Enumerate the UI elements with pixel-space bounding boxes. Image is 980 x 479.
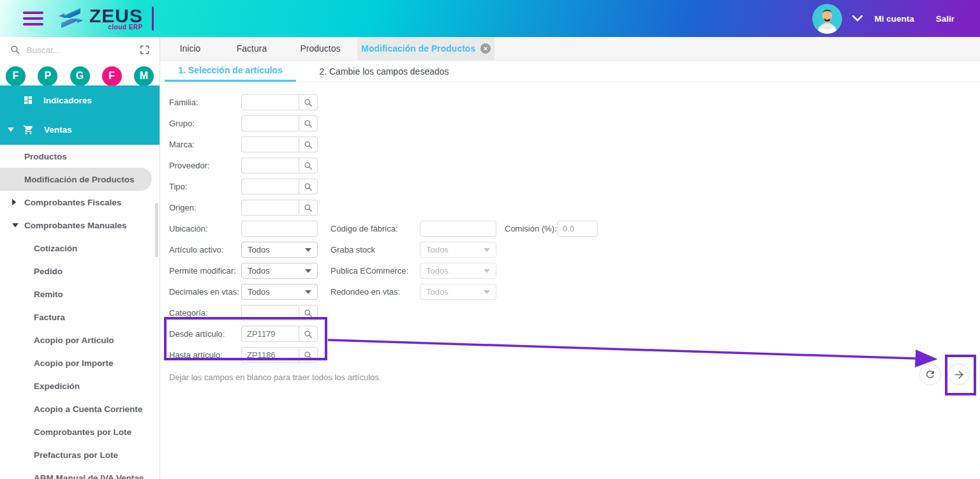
user-avatar[interactable] <box>812 4 842 34</box>
account-chevron-down-icon[interactable] <box>852 15 863 22</box>
hamburger-menu-icon[interactable] <box>23 11 43 26</box>
decimales-vtas-select[interactable]: Todos <box>241 284 318 300</box>
form-row-hasta-articulo: Hasta artículo: <box>169 344 980 365</box>
hasta-articulo-input[interactable] <box>241 347 299 363</box>
brand-name: ZEUS <box>89 6 143 26</box>
filter-form: Familia: Grupo: Marca: Proveedor: Tipo: <box>160 82 980 382</box>
publica-ecommerce-select: Todos <box>420 263 496 279</box>
sidebar-item-remito[interactable]: Remito <box>0 283 160 306</box>
shortcut-f2[interactable]: F <box>102 66 122 86</box>
caret-down-icon <box>484 248 490 252</box>
categoria-search-button[interactable] <box>299 305 318 321</box>
sidebar: F P G F M Indicadores Ventas Productos M… <box>0 37 160 479</box>
proveedor-input[interactable] <box>241 158 299 173</box>
fullscreen-icon[interactable] <box>140 45 150 55</box>
search-icon <box>304 119 313 128</box>
shortcut-g[interactable]: G <box>70 66 90 86</box>
form-row-grupo: Grupo: <box>169 113 980 134</box>
my-account-link[interactable]: Mi cuenta <box>874 14 914 24</box>
chevron-down-icon <box>12 223 19 228</box>
sidebar-item-comprobantes-manuales[interactable]: Comprobantes Manuales <box>0 214 160 237</box>
tab-productos[interactable]: Productos <box>283 37 357 60</box>
shortcut-p[interactable]: P <box>38 66 57 86</box>
form-row-proveedor: Proveedor: <box>169 155 980 176</box>
origen-search-button[interactable] <box>299 200 318 216</box>
tab-inicio[interactable]: Inicio <box>160 37 220 60</box>
graba-stock-select: Todos <box>420 242 496 258</box>
sidebar-item-acopio-por-importe[interactable]: Acopio por Importe <box>0 351 160 374</box>
grupo-input[interactable] <box>241 115 299 131</box>
sidebar-item-productos[interactable]: Productos <box>0 145 160 168</box>
articulo-activo-select[interactable]: Todos <box>241 242 318 258</box>
marca-input[interactable] <box>241 136 299 152</box>
search-icon <box>304 161 313 170</box>
logout-link[interactable]: Salir <box>936 14 954 24</box>
tipo-search-button[interactable] <box>299 179 318 195</box>
form-row-categoria: Categoría: <box>169 302 980 323</box>
close-icon[interactable]: × <box>480 43 491 54</box>
familia-search-button[interactable] <box>299 94 318 110</box>
permite-modificar-select[interactable]: Todos <box>241 263 318 279</box>
form-row-tipo: Tipo: <box>169 176 980 197</box>
caret-down-icon <box>305 269 311 273</box>
refresh-icon <box>924 369 936 380</box>
shortcut-f1[interactable]: F <box>6 66 26 86</box>
sidebar-item-expedicion[interactable]: Expedición <box>0 374 160 397</box>
grupo-search-button[interactable] <box>299 115 318 131</box>
step-seleccion-articulos[interactable]: 1. Selección de artículos <box>165 61 296 82</box>
ubicacion-input[interactable] <box>241 221 318 237</box>
sidebar-group-indicadores[interactable]: Indicadores <box>0 85 160 115</box>
form-help-note: Dejar los campos en blanco para traer to… <box>169 372 980 382</box>
action-buttons <box>912 364 970 385</box>
origen-input[interactable] <box>241 200 299 216</box>
form-row-articulo-activo: Artículo activo: Todos Graba stock Todos <box>169 239 980 260</box>
sidebar-group-block: Indicadores Ventas <box>0 85 160 145</box>
codigo-fabrica-input[interactable] <box>420 221 496 237</box>
form-row-ubicacion: Ubicación: Código de fábrica: Comisión (… <box>169 218 980 239</box>
sidebar-group-label: Ventas <box>44 125 72 135</box>
familia-input[interactable] <box>241 94 299 110</box>
sidebar-group-ventas[interactable]: Ventas <box>0 115 160 145</box>
sidebar-search <box>0 37 160 63</box>
search-icon <box>10 45 20 55</box>
caret-down-icon <box>305 290 311 294</box>
refresh-button[interactable] <box>919 364 941 385</box>
form-row-origen: Origen: <box>169 197 980 218</box>
chevron-right-icon <box>12 199 17 205</box>
tab-modificacion-de-productos[interactable]: Modificación de Productos × <box>357 37 494 60</box>
proveedor-search-button[interactable] <box>299 158 318 173</box>
next-button[interactable] <box>948 364 970 385</box>
sidebar-item-acopio-por-articulo[interactable]: Acopio por Artículo <box>0 328 160 351</box>
shortcut-m[interactable]: M <box>134 66 154 86</box>
sidebar-item-acopio-a-cuenta-corriente[interactable]: Acopio a Cuenta Corriente <box>0 397 160 420</box>
search-icon <box>304 309 313 318</box>
sidebar-item-comprobantes-por-lote[interactable]: Comprobantes por Lote <box>0 420 160 443</box>
hasta-articulo-search-button[interactable] <box>299 347 318 363</box>
sidebar-item-pedido[interactable]: Pedido <box>0 260 160 283</box>
desde-articulo-input[interactable] <box>241 326 299 342</box>
sidebar-item-abm-manual-iva-ventas[interactable]: ABM Manual de IVA Ventas <box>0 466 160 479</box>
search-input[interactable] <box>27 45 140 55</box>
desde-articulo-search-button[interactable] <box>299 326 318 342</box>
categoria-input[interactable] <box>241 305 299 321</box>
dashboard-icon <box>23 95 33 105</box>
tab-factura[interactable]: Factura <box>220 37 283 60</box>
tipo-input[interactable] <box>241 179 299 195</box>
sidebar-item-factura[interactable]: Factura <box>0 306 160 328</box>
sidebar-item-comprobantes-fiscales[interactable]: Comprobantes Fiscales <box>0 191 160 214</box>
form-row-familia: Familia: <box>169 92 980 113</box>
comision-input[interactable] <box>557 221 598 237</box>
sidebar-item-modificacion-de-productos[interactable]: Modificación de Productos <box>0 168 152 191</box>
sidebar-item-prefacturas-por-lote[interactable]: Prefacturas por Lote <box>0 443 160 466</box>
form-row-decimales: Decimales en vtas: Todos Redondeo en vta… <box>169 281 980 302</box>
marca-search-button[interactable] <box>299 136 318 152</box>
sidebar-scrollbar[interactable] <box>155 203 158 257</box>
redondeo-vtas-select: Todos <box>420 284 496 300</box>
form-row-marca: Marca: <box>169 134 980 155</box>
sidebar-menu: Productos Modificación de Productos Comp… <box>0 145 160 479</box>
sidebar-item-cotizacion[interactable]: Cotización <box>0 237 160 260</box>
step-cambie-campos[interactable]: 2. Cambie los campos deseados <box>308 61 461 82</box>
form-row-permite-modificar: Permite modificar: Todos Publica ECommer… <box>169 260 980 281</box>
form-row-desde-articulo: Desde artículo: <box>169 323 980 344</box>
caret-down-icon <box>484 269 490 273</box>
